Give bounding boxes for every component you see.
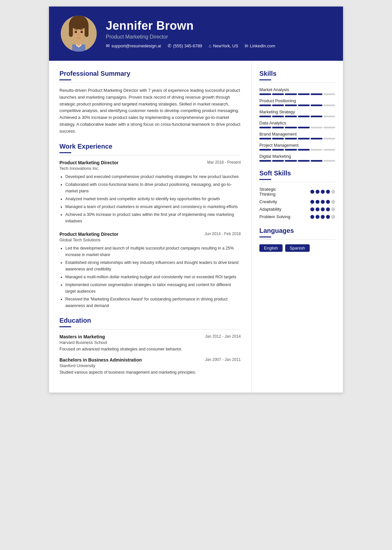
job-2-title: Product Marketing Director — [59, 232, 118, 237]
email-icon: ✉ — [106, 43, 110, 48]
job-2-company: Global Tech Solutions — [59, 237, 241, 242]
skill-name-4: Brand Management — [259, 132, 335, 137]
skill-bar-1 — [259, 105, 335, 106]
svg-point-6 — [75, 31, 77, 33]
contact-location: ⌂ NewYork, US — [209, 43, 238, 48]
skill-bar-5 — [259, 149, 335, 151]
soft-skills-line — [259, 182, 335, 182]
header-contacts: ✉ support@resumedesign.ai ✆ (555) 345-67… — [106, 43, 331, 48]
job-1-date: Mar 2018 - Present — [207, 160, 241, 165]
contact-phone: ✆ (555) 345-6789 — [168, 43, 202, 48]
skill-4: Brand Management — [259, 132, 335, 139]
job-1-company: Tech Innovations Inc. — [59, 166, 241, 171]
soft-skills-section: Soft Skills Strategic ThinkingCreativity… — [259, 170, 335, 219]
languages-divider — [259, 236, 271, 237]
summary-section: Professional Summary Results-driven Prod… — [59, 70, 241, 135]
skill-6: Digital Marketing — [259, 154, 335, 162]
skill-bar-4 — [259, 138, 335, 139]
edu-2: Bachelors in Business Administration Jan… — [59, 357, 241, 376]
edu-1-date: Jan 2012 - Jan 2014 — [205, 334, 241, 339]
summary-line — [59, 82, 241, 83]
language-tag-1: Spanish — [285, 244, 310, 252]
soft-skill-name-0: Strategic Thinking — [259, 187, 276, 197]
skill-bar-6 — [259, 160, 335, 162]
header-title: Product Marketing Director — [106, 34, 331, 40]
job-1-header: Product Marketing Director Mar 2018 - Pr… — [59, 160, 241, 165]
summary-divider — [59, 79, 71, 80]
edu-1: Masters in Marketing Jan 2012 - Jan 2014… — [59, 334, 241, 352]
job-2-date: Jun 2014 - Feb 2018 — [204, 232, 241, 236]
experience-title: Work Experience — [59, 143, 241, 150]
soft-skill-name-1: Creativity — [259, 199, 277, 204]
job-1: Product Marketing Director Mar 2018 - Pr… — [59, 160, 241, 224]
education-line — [59, 329, 241, 330]
avatar — [61, 16, 97, 52]
body: Professional Summary Results-driven Prod… — [49, 61, 343, 393]
contact-linkedin: in LinkedIn.com — [245, 43, 275, 48]
soft-skill-dots-0 — [310, 190, 335, 194]
soft-skill-1: Creativity — [259, 199, 335, 204]
job-1-bullet-2: Collaborated with cross-functional teams… — [65, 181, 241, 194]
job-2-bullet-5: Received the 'Marketing Excellence Award… — [65, 296, 241, 309]
education-title: Education — [59, 317, 241, 324]
job-2: Product Marketing Director Jun 2014 - Fe… — [59, 232, 241, 309]
job-1-title: Product Marketing Director — [59, 160, 118, 165]
svg-rect-4 — [69, 22, 73, 37]
contact-email: ✉ support@resumedesign.ai — [106, 43, 161, 48]
header-name: Jennifer Brown — [106, 19, 331, 33]
job-2-bullet-1: Led the development and launch of multip… — [65, 245, 241, 258]
skill-name-3: Data Analytics — [259, 121, 335, 125]
edu-2-header: Bachelors in Business Administration Jan… — [59, 357, 241, 363]
job-1-bullet-1: Developed and executed comprehensive pro… — [65, 173, 241, 180]
soft-skill-3: Problem Solving — [259, 214, 335, 219]
language-tag-0: English — [259, 244, 283, 252]
right-column: Skills Market AnalysisProduct Positionin… — [252, 61, 343, 393]
phone-icon: ✆ — [168, 43, 172, 48]
job-2-bullet-4: Implemented customer segmentation strate… — [65, 282, 241, 295]
education-section: Education Masters in Marketing Jan 2012 … — [59, 317, 241, 376]
languages-section: Languages EnglishSpanish — [259, 227, 335, 252]
skills-line — [259, 82, 335, 83]
skill-name-5: Project Management — [259, 143, 335, 148]
soft-skill-name-3: Problem Solving — [259, 214, 290, 219]
skill-name-0: Market Analysis — [259, 87, 335, 92]
skill-3: Data Analytics — [259, 121, 335, 128]
skill-0: Market Analysis — [259, 87, 335, 95]
skill-bar-3 — [259, 127, 335, 128]
skill-name-6: Digital Marketing — [259, 154, 335, 159]
svg-rect-5 — [85, 22, 89, 37]
skill-name-2: Marketing Strategy — [259, 109, 335, 114]
soft-skill-dots-3 — [310, 215, 335, 219]
linkedin-icon: in — [245, 43, 248, 48]
soft-skill-2: Adaptability — [259, 207, 335, 212]
skill-name-1: Product Positioning — [259, 98, 335, 103]
job-1-bullet-4: Managed a team of product marketers to e… — [65, 203, 241, 210]
soft-skill-name-2: Adaptability — [259, 207, 281, 212]
summary-text: Results-driven Product Marketing Directo… — [59, 87, 241, 135]
edu-2-school: Stanford University — [59, 363, 241, 368]
skill-bar-0 — [259, 93, 335, 95]
skills-section: Skills Market AnalysisProduct Positionin… — [259, 70, 335, 162]
experience-divider — [59, 152, 71, 153]
languages-line — [259, 239, 335, 240]
job-1-bullets: Developed and executed comprehensive pro… — [59, 173, 241, 224]
soft-skills-title: Soft Skills — [259, 170, 335, 177]
skills-list: Market AnalysisProduct PositioningMarket… — [259, 87, 335, 162]
edu-2-date: Jan 2007 - Jan 2011 — [205, 357, 241, 363]
edu-1-degree: Masters in Marketing — [59, 334, 105, 339]
skill-2: Marketing Strategy — [259, 109, 335, 117]
summary-title: Professional Summary — [59, 70, 241, 77]
soft-skill-dots-1 — [310, 200, 335, 204]
edu-1-header: Masters in Marketing Jan 2012 - Jan 2014 — [59, 334, 241, 339]
languages-title: Languages — [259, 227, 335, 235]
edu-2-degree: Bachelors in Business Administration — [59, 357, 142, 363]
soft-skill-0: Strategic Thinking — [259, 187, 335, 197]
language-tags: EnglishSpanish — [259, 244, 335, 252]
edu-1-desc: Focused on advanced marketing strategies… — [59, 346, 241, 352]
svg-point-7 — [81, 31, 83, 33]
skills-title: Skills — [259, 70, 335, 77]
left-column: Professional Summary Results-driven Prod… — [49, 61, 252, 393]
header-info: Jennifer Brown Product Marketing Directo… — [106, 19, 331, 48]
skill-bar-2 — [259, 116, 335, 117]
skill-5: Project Management — [259, 143, 335, 151]
